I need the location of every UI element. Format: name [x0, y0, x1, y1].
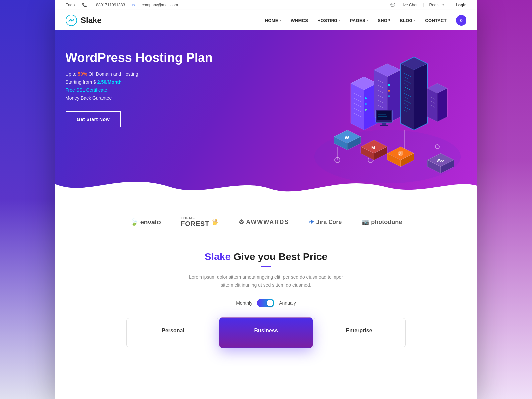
brand-themeforest: THEME FOREST 🖐 [181, 216, 219, 228]
svg-point-20 [365, 103, 367, 105]
svg-rect-6 [337, 147, 338, 160]
nav-item-blog[interactable]: BLOG ▾ [400, 18, 416, 23]
hero-illustration: W M J [284, 37, 470, 190]
brand-photodune: 📷 photodune [362, 218, 402, 226]
offer-suffix: Off Domain and Hosting [87, 71, 138, 77]
brand-envato: 🍃 envato [130, 218, 161, 226]
get-start-now-button[interactable]: Get Start Now [66, 111, 121, 127]
hosting-chevron-icon: ▾ [339, 19, 341, 22]
envato-icon: 🍃 [130, 218, 138, 226]
envato-label: envato [140, 218, 161, 226]
server-svg: W M J [284, 37, 470, 190]
hero-title: WordPress Hosting Plan [66, 50, 218, 66]
svg-rect-74 [377, 111, 391, 120]
svg-marker-36 [414, 64, 427, 130]
top-bar-left: Eng ▾ 📞 +8801711991383 ✉ company@mail.co… [66, 3, 178, 7]
svg-point-21 [365, 109, 367, 111]
cart-count: 0 [460, 18, 462, 23]
logo-text: Slake [81, 16, 102, 25]
jira-label: Jira Core [316, 219, 342, 226]
svg-text:Woo: Woo [437, 159, 444, 162]
pages-chevron-icon: ▾ [367, 19, 368, 22]
live-chat-link[interactable]: Live Chat [401, 3, 418, 7]
outer-right-bg [477, 0, 532, 399]
hero-offer-line: Up to 50% Off Domain and Hosting [66, 71, 218, 77]
svg-point-31 [388, 84, 390, 86]
themeforest-label: THEME FOREST [181, 216, 209, 228]
billing-annually-label: Annualy [279, 300, 296, 306]
hero-content: WordPress Hosting Plan Up to 50% Off Dom… [66, 50, 218, 127]
hero-price-line: Starting from $ 2.50/Month [66, 79, 218, 85]
offer-prefix: Up to [66, 71, 78, 77]
divider2: | [449, 3, 450, 7]
plan-business-title: Business [226, 327, 306, 339]
nav-item-home[interactable]: HOME ▾ [265, 18, 282, 23]
nav-item-whmcs[interactable]: WHMCS [291, 18, 308, 23]
hero-section: WordPress Hosting Plan Up to 50% Off Dom… [55, 30, 477, 203]
pricing-section: Slake Give you Best Price Lorem ipsum do… [55, 238, 477, 357]
plan-personal-title: Personal [133, 328, 212, 339]
svg-point-1 [70, 19, 72, 21]
nav-item-pages[interactable]: PAGES ▾ [350, 18, 368, 23]
nav-item-hosting[interactable]: HOSTING ▾ [317, 18, 341, 23]
email-address: company@mail.com [142, 3, 178, 7]
outer-left-bg [0, 0, 55, 399]
nav: HOME ▾ WHMCS HOSTING ▾ PAGES ▾ SHOP BLOG… [265, 15, 466, 26]
lang-label: Eng [66, 3, 72, 7]
pricing-heading-rest: Give you Best Price [231, 251, 327, 262]
home-chevron-icon: ▾ [280, 19, 281, 22]
hero-wave [55, 171, 477, 203]
blog-chevron-icon: ▾ [414, 19, 416, 22]
price-value: 2.50/Month [97, 79, 122, 85]
billing-toggle: Monthly Annualy [66, 299, 466, 307]
lang-selector[interactable]: Eng ▾ [66, 3, 75, 7]
divider1: | [423, 3, 424, 7]
login-link[interactable]: Login [456, 3, 466, 7]
register-link[interactable]: Register [429, 3, 444, 7]
pricing-heading: Slake Give you Best Price [66, 251, 466, 262]
nav-item-contact[interactable]: CONTACT [425, 18, 447, 23]
logo[interactable]: Slake [66, 14, 102, 26]
hero-money-back: Money Back Gurantee [66, 95, 218, 101]
phone-icon: 📞 [82, 3, 87, 7]
lang-chevron-icon: ▾ [74, 3, 75, 7]
top-bar: Eng ▾ 📞 +8801711991383 ✉ company@mail.co… [55, 0, 477, 10]
cart-button[interactable]: 0 [456, 15, 466, 26]
price-prefix: Starting from $ [66, 79, 97, 85]
svg-point-19 [365, 97, 367, 99]
svg-text:W: W [345, 135, 349, 140]
pricing-cards: Personal Business Enterprise [66, 318, 466, 347]
svg-point-32 [388, 90, 390, 92]
brand-jiracore: ✈ Jira Core [309, 218, 342, 226]
top-bar-right: 💬 Live Chat | Register | Login [390, 3, 466, 7]
pricing-card-business: Business [219, 317, 313, 348]
brand-awwwards: ⚙ AWWWARDS [239, 218, 289, 226]
pricing-heading-blue: Slake [205, 251, 231, 262]
svg-text:M: M [371, 145, 375, 150]
pricing-card-personal: Personal [126, 318, 219, 347]
svg-text:J: J [399, 151, 401, 155]
awwwards-label: AWWWARDS [246, 219, 289, 226]
offer-percent: 50% [78, 71, 87, 77]
awwwards-icon: ⚙ [239, 218, 244, 226]
toggle-knob [267, 300, 273, 306]
svg-rect-80 [380, 125, 388, 126]
billing-toggle-switch[interactable] [257, 299, 274, 307]
jira-icon: ✈ [309, 218, 314, 226]
photodune-label: photodune [371, 219, 402, 226]
mail-icon: ✉ [132, 3, 135, 7]
svg-marker-52 [437, 88, 447, 122]
plan-enterprise-title: Enterprise [320, 328, 399, 339]
photodune-icon: 📷 [362, 218, 369, 226]
themeforest-icon: 🖐 [211, 218, 219, 226]
nav-item-shop[interactable]: SHOP [378, 18, 390, 23]
phone-number: +8801711991383 [94, 3, 125, 7]
pricing-underline [261, 266, 271, 267]
hero-ssl-line: Free SSL Certificate [66, 87, 218, 93]
brands-section: 🍃 envato THEME FOREST 🖐 ⚙ AWWWARDS ✈ Jir… [55, 203, 477, 238]
pricing-card-enterprise: Enterprise [313, 318, 406, 347]
chat-icon: 💬 [390, 3, 395, 7]
logo-icon [66, 14, 77, 26]
svg-point-33 [388, 95, 390, 97]
billing-monthly-label: Monthly [236, 300, 252, 306]
